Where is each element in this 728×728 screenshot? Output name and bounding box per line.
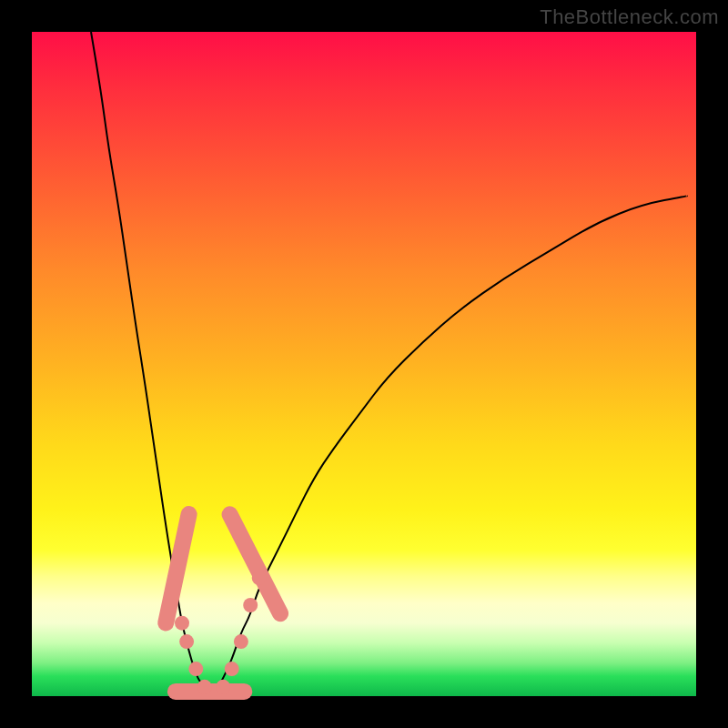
plot-area <box>32 32 696 696</box>
curve-layer <box>32 32 696 696</box>
marker-left-1 <box>179 634 194 649</box>
marker-left-2 <box>188 662 203 676</box>
watermark-text: TheBottleneck.com <box>540 5 719 29</box>
marker-right-0 <box>216 680 230 694</box>
marker-right-4 <box>252 571 267 585</box>
marker-right-1 <box>225 662 239 676</box>
marker-right-3 <box>243 598 258 612</box>
curve-left-branch <box>91 32 214 696</box>
marker-left-3 <box>197 680 212 694</box>
marker-right-2 <box>234 634 248 649</box>
curve-right-branch <box>214 196 687 696</box>
chart-frame: TheBottleneck.com <box>0 0 728 728</box>
marker-left-0 <box>175 616 189 631</box>
stadium-marker-0 <box>157 504 199 632</box>
